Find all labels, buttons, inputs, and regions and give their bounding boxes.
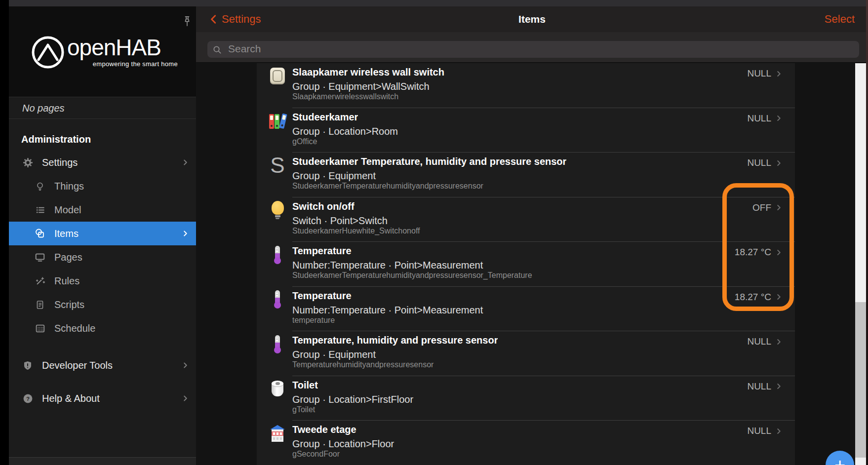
sidebar-item-settings[interactable]: Settings bbox=[9, 151, 196, 174]
gear-icon bbox=[22, 156, 33, 168]
sidebar-item-things[interactable]: Things bbox=[9, 174, 196, 198]
item-state-value: NULL bbox=[747, 157, 771, 168]
item-type-semantics: Group · Equipment>WallSwitch bbox=[292, 81, 430, 92]
svg-text:?: ? bbox=[26, 395, 29, 401]
chevron-right-icon bbox=[182, 362, 189, 369]
shield-alert-icon bbox=[22, 359, 33, 371]
item-type-semantics: Group · Location>Room bbox=[292, 126, 398, 137]
item-row-studeerkamerhuewhite-switchonoff[interactable]: Switch on/off Switch · Point>Switch Stud… bbox=[257, 197, 795, 242]
items-list: Slaapkamer wireless wall switch Group · … bbox=[257, 63, 795, 465]
sidebar-item-help-about[interactable]: ? Help & About bbox=[9, 387, 196, 410]
item-id: StudeerkamerTemperaturehumidityandpressu… bbox=[292, 271, 532, 280]
schedule-icon bbox=[35, 322, 45, 334]
sidebar-item-scripts[interactable]: Scripts bbox=[9, 293, 196, 316]
chevron-right-icon bbox=[775, 249, 783, 256]
item-id: gOffice bbox=[292, 137, 317, 146]
sidebar-item-pages[interactable]: Pages bbox=[9, 245, 196, 269]
item-name: Slaapkamer wireless wall switch bbox=[292, 67, 444, 78]
chevron-right-icon bbox=[775, 70, 783, 78]
lightbulb-icon bbox=[269, 201, 286, 219]
chevron-right-icon bbox=[775, 427, 783, 435]
model-tree-icon bbox=[35, 204, 45, 216]
scripts-icon bbox=[35, 299, 45, 310]
chevron-right-icon bbox=[775, 293, 783, 301]
lightbulb-icon bbox=[35, 180, 45, 192]
window-top-strip bbox=[9, 0, 868, 6]
item-type-semantics: Group · Location>Floor bbox=[292, 438, 394, 450]
item-id: temperature bbox=[292, 316, 335, 325]
item-type-semantics: Group · Location>FirstFloor bbox=[292, 394, 413, 405]
item-id: Temperaturehumidityandpressuresensor bbox=[292, 360, 434, 369]
item-id: StudeerkamerHuewhite_Switchonoff bbox=[292, 227, 420, 235]
page-title: Items bbox=[196, 6, 868, 32]
back-to-settings-button[interactable]: Settings bbox=[208, 6, 261, 32]
thermometer-icon bbox=[269, 246, 286, 264]
openhab-admin-screen: openHAB empowering the smart home No pag… bbox=[0, 0, 868, 465]
item-type-semantics: Group · Equipment bbox=[292, 349, 376, 360]
sidebar-item-developer-tools[interactable]: Developer Tools bbox=[9, 353, 196, 377]
item-name: Studeerkamer bbox=[292, 112, 358, 123]
chevron-right-icon bbox=[775, 115, 783, 122]
item-name: Toilet bbox=[292, 380, 318, 391]
item-name: Tweede etage bbox=[292, 424, 356, 435]
item-row-gtoilet[interactable]: Toilet Group · Location>FirstFloor gToil… bbox=[257, 376, 795, 421]
item-state-value: 18.27 °C bbox=[735, 292, 771, 303]
help-circle-icon: ? bbox=[22, 392, 33, 404]
item-state-value: NULL bbox=[747, 336, 771, 347]
item-id: Slaapkamerwirelesswallswitch bbox=[292, 92, 398, 101]
window-left-strip bbox=[0, 0, 9, 465]
item-state-value: 18.27 °C bbox=[735, 247, 771, 258]
item-row-studeerkamertemperaturehumidityandpressuresensor[interactable]: S Studeerkamer Temperature, humidity and… bbox=[257, 153, 795, 197]
office-binders-icon bbox=[269, 112, 286, 130]
openhab-logo-icon bbox=[31, 35, 65, 72]
sidebar-menu: Settings Things Model Items Pages Rules … bbox=[9, 151, 196, 410]
chevron-right-icon bbox=[775, 159, 783, 167]
item-row-gsecondfoor[interactable]: Tweede etage Group · Location>Floor gSec… bbox=[257, 421, 795, 465]
sidebar-item-model[interactable]: Model bbox=[9, 198, 196, 222]
item-state-value: NULL bbox=[747, 426, 771, 436]
back-chevron-icon bbox=[208, 14, 219, 25]
item-row-goffice[interactable]: Studeerkamer Group · Location>Room gOffi… bbox=[257, 108, 795, 153]
select-button[interactable]: Select bbox=[825, 6, 855, 32]
back-label: Settings bbox=[222, 13, 261, 26]
scrollbar-thumb[interactable] bbox=[855, 302, 866, 458]
sidebar-footer-bar bbox=[9, 457, 196, 465]
pages-icon bbox=[35, 251, 45, 263]
item-name: Temperature, humidity and pressure senso… bbox=[292, 335, 498, 346]
item-state-value: NULL bbox=[747, 68, 771, 79]
item-row-slaapkamerwirelesswallswitch[interactable]: Slaapkamer wireless wall switch Group · … bbox=[257, 63, 795, 108]
item-type-semantics: Group · Equipment bbox=[292, 170, 376, 182]
window-right-edge bbox=[866, 0, 868, 465]
item-name: Switch on/off bbox=[292, 201, 355, 212]
plus-icon: + bbox=[834, 455, 845, 465]
sidebar-item-rules[interactable]: Rules bbox=[9, 269, 196, 293]
brand-wordmark: openHAB bbox=[67, 34, 161, 61]
brand-tagline: empowering the smart home bbox=[67, 60, 178, 68]
item-id: StudeerkamerTemperaturehumidityandpressu… bbox=[292, 182, 483, 191]
item-id: gSecondFoor bbox=[292, 450, 340, 459]
chevron-right-icon bbox=[182, 395, 189, 402]
item-type-semantics: Number:Temperature · Point>Measurement bbox=[292, 260, 483, 271]
chevron-right-icon bbox=[182, 230, 189, 237]
items-icon bbox=[35, 228, 45, 239]
building-icon bbox=[269, 425, 286, 442]
wall-switch-icon bbox=[269, 67, 286, 85]
chevron-right-icon bbox=[775, 204, 783, 211]
item-type-semantics: Number:Temperature · Point>Measurement bbox=[292, 305, 483, 316]
item-name: Studeerkamer Temperature, humidity and p… bbox=[292, 156, 566, 167]
search-bar-container bbox=[196, 32, 868, 63]
search-input[interactable] bbox=[207, 41, 859, 58]
item-row-temperaturehumidityandpressuresensor[interactable]: Temperature, humidity and pressure senso… bbox=[257, 331, 795, 376]
item-row-studeerkamertemperaturehumidityandpressuresensor-temperature[interactable]: Temperature Number:Temperature · Point>M… bbox=[257, 242, 795, 287]
chevron-right-icon bbox=[775, 383, 783, 390]
scrollbar-track[interactable] bbox=[855, 63, 866, 465]
toilet-roll-icon bbox=[269, 380, 286, 398]
item-row-temperature[interactable]: Temperature Number:Temperature · Point>M… bbox=[257, 287, 795, 332]
sidebar-item-schedule[interactable]: Schedule bbox=[9, 316, 196, 340]
sidebar: openHAB empowering the smart home No pag… bbox=[9, 6, 196, 465]
pin-sidebar-icon[interactable] bbox=[180, 14, 195, 29]
sidebar-item-items[interactable]: Items bbox=[9, 222, 196, 245]
navbar: Items Settings Select bbox=[196, 6, 868, 32]
logo-area: openHAB empowering the smart home bbox=[9, 6, 196, 97]
chevron-right-icon bbox=[775, 338, 783, 346]
